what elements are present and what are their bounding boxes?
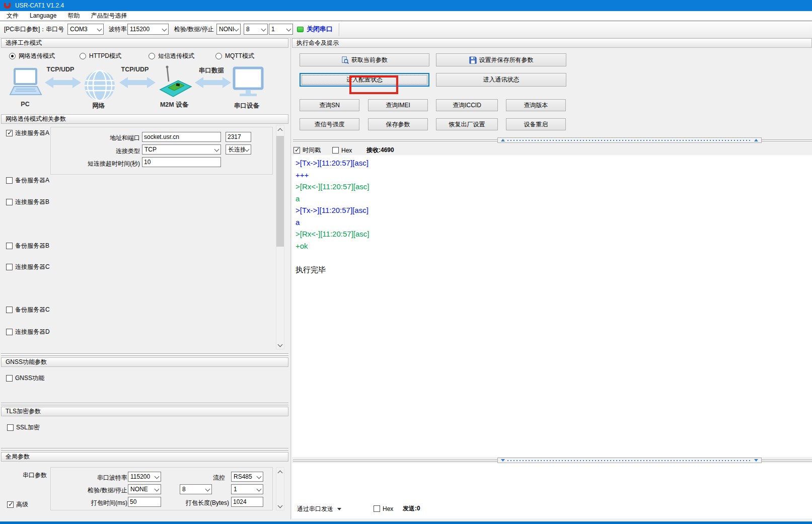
checkbox-hex-send[interactable]: Hex	[374, 505, 393, 512]
chevron-down-icon	[205, 487, 210, 492]
parity-select[interactable]: NONI	[216, 24, 241, 35]
query-signal-button[interactable]: 查信号强度	[300, 118, 359, 130]
serial-parity-select[interactable]: NONE	[128, 484, 161, 494]
serial-pds-label: 检验/数据/停止	[52, 485, 127, 495]
chevron-down-icon	[97, 27, 102, 32]
enter-comm-button[interactable]: 进入通讯状态	[436, 73, 566, 87]
short-conn-timeout-input[interactable]	[142, 157, 221, 167]
serial-params-label: 串口参数	[23, 471, 47, 480]
collapse-down-icon	[501, 459, 505, 462]
checkbox-icon	[6, 375, 13, 382]
data-bits-select[interactable]: 8	[244, 24, 268, 35]
radio-sms-transparent-mode[interactable]: 短信透传模式	[149, 52, 194, 60]
gnss-section-header: GNSS功能参数	[1, 357, 288, 367]
short-conn-timeout-label: 短连接超时时间(秒)	[52, 159, 140, 169]
reboot-button[interactable]: 设备重启	[506, 118, 566, 130]
send-splitter-handle[interactable]	[497, 458, 762, 463]
close-port-button[interactable]: 关闭串口	[307, 24, 333, 35]
receive-counter: 接收:4690	[366, 146, 394, 154]
scroll-down-arrow[interactable]	[276, 502, 284, 510]
address-port-label: 地址和端口	[52, 133, 140, 143]
menu-help[interactable]: 帮助	[62, 11, 85, 21]
query-version-button[interactable]: 查询版本	[506, 99, 566, 111]
server-address-input[interactable]	[142, 132, 221, 142]
send-area[interactable]	[292, 463, 812, 518]
radio-net-transparent-mode[interactable]: 网络透传模式	[9, 52, 55, 60]
link-label: 串口数据	[195, 66, 228, 75]
scroll-down-arrow[interactable]	[276, 341, 284, 349]
server-port-input[interactable]	[226, 132, 251, 142]
query-iccid-button[interactable]: 查询ICCID	[436, 99, 498, 111]
pc-serial-params-label: [PC串口参数]：串口号	[4, 24, 64, 35]
checkbox-connect-server-d[interactable]: 连接服务器D	[6, 328, 50, 336]
flow-control-select[interactable]: RS485	[231, 472, 263, 482]
log-line: a	[296, 216, 812, 229]
send-counter: 发送:0	[403, 505, 420, 512]
tls-section-header: TLS加密参数	[1, 407, 288, 416]
query-imei-button[interactable]: 查询IMEI	[368, 99, 428, 111]
serial-data-bits-select[interactable]: 8	[180, 484, 212, 494]
baud-rate-select[interactable]: 115200	[127, 24, 169, 35]
checkbox-icon	[6, 329, 13, 335]
section-divider	[1, 448, 288, 451]
checkbox-timestamp[interactable]: 时间戳	[293, 146, 321, 154]
query-sn-button[interactable]: 查询SN	[300, 99, 359, 111]
checkbox-icon	[293, 147, 300, 154]
checkbox-icon	[374, 505, 380, 512]
checkbox-backup-server-a[interactable]: 备份服务器A	[6, 177, 49, 184]
checkbox-ssl-encrypt[interactable]: SSL加密	[7, 424, 40, 431]
checkbox-connect-server-b[interactable]: 连接服务器B	[6, 198, 49, 206]
caret-down-icon	[337, 508, 341, 510]
scroll-up-arrow[interactable]	[276, 468, 284, 476]
window-titlebar[interactable]: USR-CAT1 V1.2.4	[0, 0, 812, 11]
checkbox-advanced[interactable]: 高级	[7, 501, 28, 508]
checkbox-hex-receive[interactable]: Hex	[332, 146, 352, 154]
menu-language[interactable]: Language	[24, 11, 62, 21]
pack-time-input[interactable]	[128, 497, 161, 507]
serial-stop-bits-select[interactable]: 1	[231, 484, 263, 494]
checkbox-backup-server-b[interactable]: 备份服务器B	[6, 242, 49, 250]
doc-search-icon	[341, 56, 349, 64]
radio-httpd-mode[interactable]: HTTPD模式	[80, 52, 121, 60]
factory-reset-button[interactable]: 恢复出厂设置	[436, 118, 498, 130]
serial-baud-select[interactable]: 115200	[128, 472, 161, 482]
radio-icon	[149, 53, 155, 59]
scroll-up-arrow[interactable]	[276, 125, 284, 133]
set-save-params-button[interactable]: 设置并保存所有参数	[436, 53, 566, 66]
log-line: >[Tx->][11:20:57][asc]	[296, 204, 812, 216]
parity-data-stop-label: 检验/数据/停止	[174, 24, 214, 35]
com-port-select[interactable]: COM3	[67, 24, 104, 35]
log-line: a	[296, 193, 812, 205]
checkbox-backup-server-c[interactable]: 备份服务器C	[6, 306, 50, 314]
scrollbar-thumb[interactable]	[276, 136, 284, 247]
radio-icon	[80, 53, 86, 59]
window-bottom-border	[0, 521, 812, 524]
app-icon	[4, 3, 11, 9]
checkbox-gnss-enable[interactable]: GNSS功能	[6, 375, 44, 382]
send-via-serial-button[interactable]: 通过串口发送	[297, 503, 341, 514]
conn-type-select[interactable]: TCP	[142, 144, 221, 155]
get-params-button[interactable]: 获取当前参数	[300, 53, 429, 66]
radio-mqtt-mode[interactable]: MQTT模式	[215, 52, 254, 60]
checkbox-connect-server-c[interactable]: 连接服务器C	[6, 263, 50, 271]
floppy-save-icon	[469, 56, 477, 64]
chevron-down-icon	[286, 27, 291, 32]
net-params-scrollbar[interactable]	[276, 125, 284, 349]
splitter-dots	[507, 140, 752, 141]
section-divider	[1, 403, 288, 405]
log-splitter-handle[interactable]	[497, 137, 762, 143]
pack-length-input[interactable]	[231, 497, 263, 507]
menu-file[interactable]: 文件	[1, 11, 24, 21]
menu-product-select[interactable]: 产品型号选择	[85, 11, 132, 21]
conn-mode-select[interactable]: 长连接	[226, 144, 251, 155]
checkbox-icon	[7, 501, 14, 508]
global-params-scrollbar[interactable]	[276, 467, 284, 510]
server-a-groupbox: 地址和端口 连接类型 TCP 长连接 短连接超时时间(秒)	[50, 127, 273, 175]
annotation-box	[349, 76, 398, 94]
save-params-button[interactable]: 保存参数	[368, 118, 428, 130]
checkbox-connect-server-a[interactable]: 连接服务器A	[6, 129, 49, 137]
radio-icon	[215, 53, 222, 59]
global-params-section-header: 全局参数	[1, 452, 288, 462]
stop-bits-select[interactable]: 1	[269, 24, 293, 35]
arrow-icon	[119, 77, 156, 88]
